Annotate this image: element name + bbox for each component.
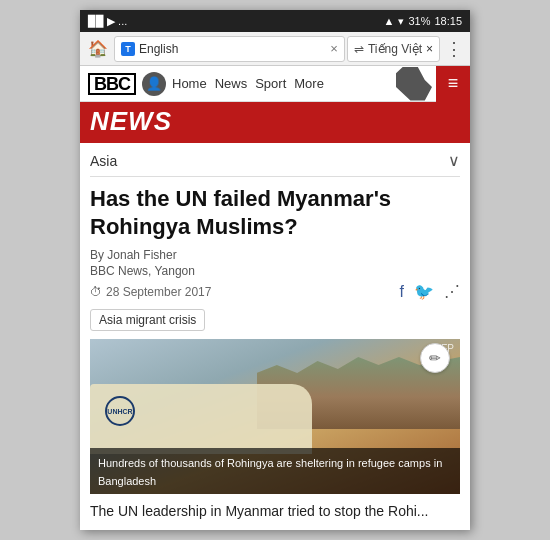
tab-vietnamese[interactable]: ⇌ Tiếng Việt ×	[347, 36, 440, 62]
image-caption-bar: Hundreds of thousands of Rohingya are sh…	[90, 448, 460, 494]
user-avatar[interactable]: 👤	[142, 72, 166, 96]
section-name: Asia	[90, 153, 117, 169]
share-buttons: f 🐦 ⋰	[400, 282, 460, 301]
date-text: 28 September 2017	[106, 285, 211, 299]
tab-english-close[interactable]: ×	[330, 41, 338, 56]
edit-icon: ✏	[429, 350, 441, 366]
phone-frame: ▉▉ ▶ ... ▲ ▾ 31% 18:15 🏠 T English × ⇌ T…	[80, 10, 470, 530]
edit-button[interactable]: ✏	[420, 343, 450, 373]
article-title: Has the UN failed Myanmar's Rohingya Mus…	[90, 185, 460, 240]
article-byline: By Jonah Fisher	[90, 248, 460, 262]
tab-bar: 🏠 T English × ⇌ Tiếng Việt × ⋮	[80, 32, 470, 66]
tab-vietnamese-label: Tiếng Việt	[368, 42, 422, 56]
nav-links: Home News Sport More	[172, 76, 390, 91]
clock: 18:15	[434, 15, 462, 27]
status-icons: ▉▉ ▶ ...	[88, 15, 127, 28]
article-date: ⏱ 28 September 2017	[90, 285, 211, 299]
unhcr-logo-circle: UNHCR	[105, 396, 135, 426]
wifi-icon: ▾	[398, 15, 404, 28]
section-header: Asia ∨	[90, 151, 460, 177]
battery-level: 31%	[408, 15, 430, 27]
hamburger-icon: ≡	[448, 73, 459, 94]
article-meta: ⏱ 28 September 2017 f 🐦 ⋰	[90, 282, 460, 301]
hamburger-menu-button[interactable]: ≡	[436, 66, 470, 102]
share-button[interactable]: ⋰	[444, 282, 460, 301]
chevron-down-icon[interactable]: ∨	[448, 151, 460, 170]
content-area: Asia ∨ Has the UN failed Myanmar's Rohin…	[80, 143, 470, 530]
nav-sport[interactable]: Sport	[255, 76, 286, 91]
signal-icon: ▲	[384, 15, 395, 27]
article-image: UNHCR AFP Hundreds of thousands of Rohin…	[90, 339, 460, 494]
status-bar: ▉▉ ▶ ... ▲ ▾ 31% 18:15	[80, 10, 470, 32]
status-left: ▉▉ ▶ ...	[88, 15, 127, 28]
article-body: The UN leadership in Myanmar tried to st…	[90, 502, 460, 522]
bbc-news-header: NEWS	[80, 102, 470, 143]
bbc-news-title: NEWS	[90, 106, 172, 137]
article-source: BBC News, Yangon	[90, 264, 460, 278]
image-caption: Hundreds of thousands of Rohingya are sh…	[98, 457, 442, 487]
article-tag[interactable]: Asia migrant crisis	[90, 309, 205, 331]
nav-news[interactable]: News	[215, 76, 248, 91]
translate-arrow-icon: ⇌	[354, 42, 364, 56]
tab-home-button[interactable]: 🏠	[84, 35, 112, 63]
hand-image	[396, 67, 432, 101]
nav-more[interactable]: More	[294, 76, 324, 91]
tab-english[interactable]: T English ×	[114, 36, 345, 62]
home-icon: 🏠	[88, 39, 108, 58]
bbc-logo: BBC	[88, 73, 136, 95]
tabs-more-button[interactable]: ⋮	[442, 35, 466, 63]
status-right: ▲ ▾ 31% 18:15	[384, 15, 462, 28]
twitter-share-button[interactable]: 🐦	[414, 282, 434, 301]
translate-icon: T	[121, 42, 135, 56]
clock-icon: ⏱	[90, 285, 102, 299]
tab-vietnamese-close[interactable]: ×	[426, 42, 433, 56]
facebook-share-button[interactable]: f	[400, 283, 404, 301]
tab-english-label: English	[139, 42, 326, 56]
nav-bar: BBC 👤 Home News Sport More ≡	[80, 66, 470, 102]
nav-home[interactable]: Home	[172, 76, 207, 91]
